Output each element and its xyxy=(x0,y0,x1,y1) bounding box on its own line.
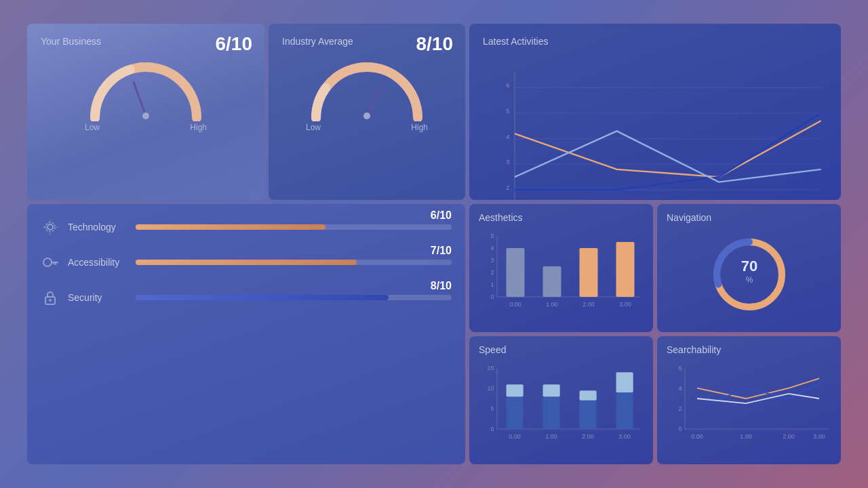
gauge-low-label: Low xyxy=(85,123,100,132)
svg-text:%: % xyxy=(745,275,753,285)
svg-point-1 xyxy=(142,113,149,119)
svg-text:0: 0 xyxy=(678,426,682,432)
accessibility-label: Accessibility xyxy=(68,257,136,268)
activities-chart-svg: 0 1 2 3 4 5 6 2017-01-01 2017-01-11 2017… xyxy=(483,52,827,200)
accessibility-bar-container: 7/10 xyxy=(136,260,452,265)
speed-chart: 0 5 10 15 0.00 1.00 2.00 3.00 xyxy=(479,361,644,449)
svg-text:4: 4 xyxy=(506,133,509,140)
speed-panel: Speed 0 5 10 15 0.00 1.00 2.00 xyxy=(469,336,653,464)
donut-container: 70 % xyxy=(667,228,831,320)
svg-text:2: 2 xyxy=(506,184,509,191)
svg-text:3: 3 xyxy=(490,257,494,264)
navigation-title: Navigation xyxy=(667,212,831,223)
svg-text:2: 2 xyxy=(678,405,682,412)
your-business-gauge: Low High xyxy=(41,54,251,132)
aesthetics-chart: 0 1 2 3 4 5 0.00 1.00 2.00 3.00 xyxy=(479,228,644,317)
svg-text:1: 1 xyxy=(490,281,494,288)
svg-text:2.00: 2.00 xyxy=(582,433,594,440)
svg-text:5: 5 xyxy=(490,232,494,239)
svg-text:2: 2 xyxy=(490,269,494,276)
lock-icon xyxy=(41,288,60,307)
searchability-title: Searchability xyxy=(667,344,831,355)
svg-rect-39 xyxy=(507,248,525,297)
svg-text:3.00: 3.00 xyxy=(618,433,631,440)
security-bar-container: 8/10 xyxy=(136,295,452,300)
svg-rect-62 xyxy=(580,401,597,429)
accessibility-score: 7/10 xyxy=(431,245,452,257)
searchability-panel: Searchability 0 2 4 6 0.00 1.00 2.00 3.0… xyxy=(657,336,841,464)
svg-text:1.00: 1.00 xyxy=(546,301,558,308)
svg-text:0: 0 xyxy=(490,426,494,432)
navigation-donut: 70 % xyxy=(709,234,790,315)
svg-rect-40 xyxy=(543,266,561,297)
navigation-panel: Navigation 70 % xyxy=(657,204,841,332)
svg-text:2.00: 2.00 xyxy=(783,433,795,440)
security-score: 8/10 xyxy=(431,280,452,292)
svg-text:0.00: 0.00 xyxy=(509,433,521,440)
key-icon xyxy=(41,253,60,272)
industry-gauge: Low High xyxy=(282,54,452,132)
industry-score: 8/10 xyxy=(416,33,454,55)
gauge-labels-business: Low High xyxy=(85,123,207,132)
svg-rect-63 xyxy=(580,390,597,400)
svg-text:0.00: 0.00 xyxy=(509,301,521,308)
svg-text:6: 6 xyxy=(678,365,682,371)
security-label: Security xyxy=(68,292,136,303)
your-business-score: 6/10 xyxy=(216,33,253,55)
bottom-panels: Aesthetics 0 1 2 3 4 5 0.00 1.00 2.00 3.… xyxy=(469,204,841,464)
latest-activities-panel: Latest Activities 0 1 2 3 4 5 6 2017-01-… xyxy=(469,24,841,200)
svg-point-30 xyxy=(49,299,52,302)
technology-score: 6/10 xyxy=(431,209,452,222)
svg-point-3 xyxy=(363,113,370,119)
searchability-chart: 0 2 4 6 0.00 1.00 2.00 3.00 xyxy=(667,361,831,449)
metric-technology: Technology 6/10 xyxy=(41,218,452,237)
gauge-svg-business xyxy=(85,54,207,121)
technology-bar-container: 6/10 xyxy=(136,224,452,230)
svg-rect-41 xyxy=(580,248,598,297)
gear-icon xyxy=(41,218,60,237)
svg-rect-59 xyxy=(507,384,524,396)
activities-title: Latest Activities xyxy=(483,36,827,47)
svg-text:1.00: 1.00 xyxy=(545,433,557,440)
svg-rect-60 xyxy=(543,396,560,429)
gauge-high-label: High xyxy=(190,123,207,132)
metric-security: Security 8/10 xyxy=(41,288,452,307)
svg-text:4: 4 xyxy=(678,385,682,392)
speed-title: Speed xyxy=(479,344,644,355)
svg-text:1.00: 1.00 xyxy=(740,433,752,440)
svg-rect-65 xyxy=(616,372,633,392)
metrics-panel: Technology 6/10 Accessibility 7/10 xyxy=(27,204,465,464)
svg-point-25 xyxy=(43,258,52,266)
accessibility-bar xyxy=(136,260,357,265)
svg-text:10: 10 xyxy=(487,385,494,392)
svg-text:70: 70 xyxy=(741,258,757,274)
technology-label: Technology xyxy=(68,222,136,232)
svg-text:6: 6 xyxy=(506,81,509,89)
svg-text:5: 5 xyxy=(506,107,509,115)
svg-rect-58 xyxy=(507,396,524,429)
gauge-labels-industry: Low High xyxy=(306,123,428,132)
gauge-svg-industry xyxy=(306,54,428,121)
svg-point-23 xyxy=(47,224,53,230)
svg-text:3: 3 xyxy=(506,158,509,165)
svg-text:2.00: 2.00 xyxy=(583,301,595,308)
svg-line-2 xyxy=(367,83,382,116)
svg-rect-42 xyxy=(616,242,635,297)
svg-text:0.00: 0.00 xyxy=(691,433,703,440)
your-business-panel: Your Business 6/10 Low High xyxy=(27,24,264,200)
security-bar xyxy=(136,295,389,300)
svg-text:3.00: 3.00 xyxy=(619,301,631,308)
industry-gauge-high: High xyxy=(411,123,428,132)
svg-rect-61 xyxy=(543,384,560,396)
technology-bar xyxy=(136,224,326,230)
dashboard: Your Business 6/10 Low High Industry Ave… xyxy=(27,24,841,464)
industry-average-panel: Industry Average 8/10 Low High xyxy=(269,24,465,200)
svg-text:0: 0 xyxy=(490,293,494,300)
aesthetics-panel: Aesthetics 0 1 2 3 4 5 0.00 1.00 2.00 3.… xyxy=(469,204,653,332)
svg-line-0 xyxy=(134,82,146,116)
industry-gauge-low: Low xyxy=(306,123,321,132)
aesthetics-title: Aesthetics xyxy=(479,212,644,223)
svg-text:5: 5 xyxy=(490,405,494,412)
svg-text:15: 15 xyxy=(487,365,494,371)
svg-text:4: 4 xyxy=(490,245,494,251)
